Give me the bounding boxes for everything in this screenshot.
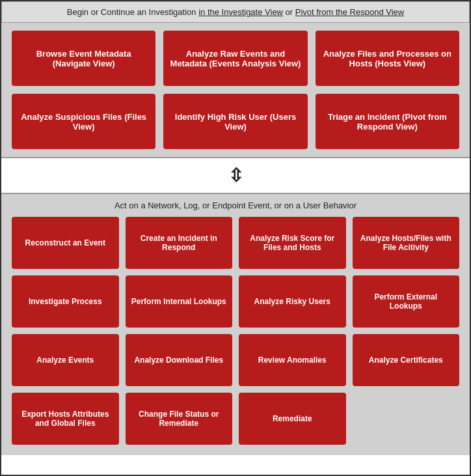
- top-card-4[interactable]: Identify High Risk User (Users View): [163, 94, 307, 149]
- respond-view-link[interactable]: Pivot from the Respond View: [295, 7, 404, 17]
- bottom-card-7[interactable]: Perform External Lookups: [353, 275, 460, 328]
- top-card-3[interactable]: Analyze Suspicious Files (Files View): [12, 94, 155, 149]
- bottom-card-13[interactable]: Change File Status or Remediate: [126, 393, 233, 445]
- bottom-section-header: Act on a Network, Log, or Endpoint Event…: [12, 201, 459, 210]
- bottom-card-2[interactable]: Analyze Risk Score for Files and Hosts: [239, 217, 346, 269]
- bottom-card-5[interactable]: Perform Internal Lookups: [126, 275, 233, 328]
- top-section: Browse Event Metadata (Navigate View)Ana…: [1, 23, 470, 158]
- bottom-card-12[interactable]: Export Hosts Attributes and Global Files: [12, 393, 119, 445]
- top-card-1[interactable]: Analyze Raw Events and Metadata (Events …: [163, 31, 307, 86]
- investigate-view-link[interactable]: in the Investigate View: [198, 7, 283, 17]
- bottom-grid: Reconstruct an EventCreate an Incident i…: [12, 217, 459, 445]
- top-card-5[interactable]: Triage an Incident (Pivot from Respond V…: [316, 94, 459, 149]
- top-grid: Browse Event Metadata (Navigate View)Ana…: [12, 31, 459, 149]
- bottom-card-3[interactable]: Analyze Hosts/Files with File Acitivity: [353, 217, 460, 269]
- top-card-2[interactable]: Analyze Files and Processes on Hosts (Ho…: [316, 31, 459, 86]
- bottom-card-14[interactable]: Remediate: [239, 393, 346, 445]
- bottom-card-8[interactable]: Analyze Events: [12, 334, 119, 386]
- bottom-card-1[interactable]: Create an Incident in Respond: [126, 217, 233, 269]
- top-header: Begin or Continue an Investigation in th…: [1, 1, 470, 23]
- top-card-0[interactable]: Browse Event Metadata (Navigate View): [12, 31, 155, 86]
- bottom-card-4[interactable]: Investigate Process: [12, 275, 119, 328]
- bottom-card-10[interactable]: Review Anomalies: [239, 334, 346, 386]
- header-mid: or: [283, 7, 295, 17]
- bidirectional-arrow-icon: ⇳: [228, 165, 243, 186]
- bottom-section: Act on a Network, Log, or Endpoint Event…: [1, 194, 470, 455]
- main-container: Begin or Continue an Investigation in th…: [1, 1, 470, 455]
- bottom-card-6[interactable]: Analyze Risky Users: [239, 275, 346, 328]
- arrow-section: ⇳: [1, 158, 470, 194]
- header-prefix: Begin or Continue an Investigation: [67, 7, 198, 17]
- bottom-card-9[interactable]: Analyze Download Files: [126, 334, 233, 386]
- bottom-card-0[interactable]: Reconstruct an Event: [12, 217, 119, 269]
- bottom-card-11[interactable]: Analyze Certificates: [353, 334, 460, 386]
